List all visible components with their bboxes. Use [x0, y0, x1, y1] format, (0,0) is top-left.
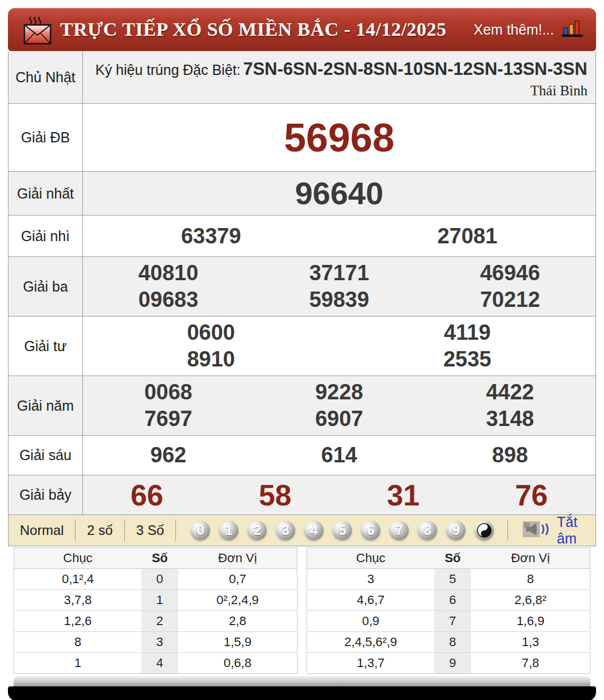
- stats-values: 1,5,9: [178, 632, 297, 653]
- prize-row-1: Giải ĐB56968: [9, 103, 595, 171]
- prize-number: 58: [211, 479, 339, 512]
- stats-values: 2,4,5,6²,9: [307, 632, 435, 653]
- prize-label: Giải nhất: [9, 172, 83, 215]
- prize-number: 9228: [254, 379, 425, 406]
- stats-values: 2,8: [178, 611, 297, 632]
- digit-ball-1[interactable]: 1: [219, 521, 238, 540]
- prize-row-4: Giải ba408103717146946096835983970212: [9, 256, 595, 316]
- stats-digit: 6: [434, 590, 471, 611]
- stats-values: 0,9: [307, 611, 435, 632]
- header-bar: TRỰC TIẾP XỔ SỐ MIỀN BẮC - 14/12/2025 Xe…: [8, 8, 596, 51]
- stats-row: 4,6,762,6,8²: [307, 590, 590, 611]
- results-board: Chủ Nhật Ký hiệu trúng Đặc Biệt: 7SN-6SN…: [8, 51, 596, 515]
- mode-button-3-số[interactable]: 3 Số: [125, 520, 176, 541]
- sign-label: Ký hiệu trúng Đặc Biệt:: [95, 62, 241, 78]
- digit-ball-8[interactable]: 8: [418, 521, 437, 540]
- digit-ball-7[interactable]: 7: [389, 521, 409, 540]
- stats-row: 358: [307, 569, 590, 590]
- province-name: Thái Bình: [530, 83, 588, 99]
- stats-row: 140,6,8: [14, 653, 297, 674]
- stats-values: 2,6,8²: [471, 590, 590, 611]
- prize-number: 0600: [83, 319, 339, 346]
- digit-ball-2[interactable]: 2: [248, 521, 267, 540]
- stats-values: 3: [307, 569, 435, 590]
- prize-number: 6907: [254, 406, 425, 432]
- prize-number: 70212: [425, 286, 595, 313]
- stats-header: Đơn Vị: [471, 548, 590, 569]
- prize-number: 962: [83, 442, 254, 469]
- prize-number: 40810: [83, 260, 254, 286]
- yin-yang-ball[interactable]: [475, 521, 494, 540]
- stats-digit: 0: [141, 569, 178, 590]
- digit-ball-3[interactable]: 3: [276, 521, 295, 540]
- mode-buttons: Normal2 số3 Số: [9, 520, 176, 541]
- sign-codes: 7SN-6SN-2SN-8SN-10SN-12SN-13SN-3SN: [243, 59, 587, 79]
- mute-label: Tắt âm: [557, 514, 595, 547]
- stats-values: 0²,2,4,9: [178, 590, 297, 611]
- prize-label: Giải nhì: [9, 216, 83, 256]
- prize-number: 898: [425, 442, 595, 469]
- stats-values: 7,8: [471, 653, 590, 674]
- see-more-link[interactable]: Xem thêm!...: [473, 22, 554, 38]
- stats-digit: 2: [141, 611, 178, 632]
- prize-number: 63379: [83, 223, 339, 250]
- prize-number: 2535: [339, 346, 596, 373]
- sign-content: Ký hiệu trúng Đặc Biệt: 7SN-6SN-2SN-8SN-…: [83, 51, 595, 103]
- mode-button-2-số[interactable]: 2 số: [76, 520, 124, 541]
- stats-values: 0,6,8: [178, 653, 297, 674]
- prize-number: 8910: [83, 346, 339, 373]
- prize-number: 4119: [339, 319, 596, 346]
- stats-values: 1,6,9: [471, 611, 590, 632]
- stats-values: 4,6,7: [307, 590, 435, 611]
- stats-values: 3,7,8: [14, 590, 142, 611]
- footer-black-bar: [8, 686, 596, 700]
- stats-row: 0,1²,400,7: [14, 569, 297, 590]
- prize-number: 27081: [339, 223, 596, 250]
- mode-button-normal[interactable]: Normal: [9, 520, 76, 541]
- prize-label: Giải sáu: [9, 436, 83, 475]
- hot-mail-icon: [23, 14, 52, 45]
- stats-row: 3,7,810²,2,4,9: [14, 590, 297, 611]
- digit-ball-5[interactable]: 5: [333, 521, 352, 540]
- stats-table-left: ChụcSốĐơn Vị0,1²,400,73,7,810²,2,4,91,2,…: [14, 547, 297, 674]
- digit-ball-0[interactable]: 0: [191, 521, 210, 540]
- stats-values: 1,3: [471, 632, 590, 653]
- sign-row: Chủ Nhật Ký hiệu trúng Đặc Biệt: 7SN-6SN…: [9, 51, 595, 103]
- digit-ball-4[interactable]: 4: [304, 521, 324, 540]
- stats-row: 831,5,9: [14, 632, 297, 653]
- stats-values: 0,1²,4: [14, 569, 142, 590]
- mute-button[interactable]: Tắt âm: [523, 514, 595, 547]
- stats-row: 1,2,622,8: [14, 611, 297, 632]
- prize-number: 3148: [425, 406, 595, 432]
- prize-number: 37171: [254, 260, 425, 286]
- lottery-widget: TRỰC TIẾP XỔ SỐ MIỀN BẮC - 14/12/2025 Xe…: [8, 8, 596, 700]
- page-title: TRỰC TIẾP XỔ SỐ MIỀN BẮC - 14/12/2025: [60, 19, 447, 40]
- prize-number: 7697: [83, 406, 254, 432]
- prize-number: 0068: [83, 379, 254, 406]
- stats-values: 8: [471, 569, 590, 590]
- prize-number: 4422: [425, 379, 595, 406]
- digit-ball-9[interactable]: 9: [446, 521, 465, 540]
- stats-digit: 8: [434, 632, 471, 653]
- prize-label: Giải bảy: [9, 475, 83, 515]
- prize-row-3: Giải nhì6337927081: [9, 215, 595, 256]
- prize-label: Giải tư: [9, 317, 83, 376]
- stats-header: Số: [141, 548, 178, 569]
- prize-number: 76: [467, 479, 595, 512]
- prize-label: Giải ĐB: [9, 104, 83, 171]
- prize-number: 56968: [83, 116, 595, 159]
- footer-gray-bar: [14, 676, 590, 686]
- stats-row: 0,971,6,9: [307, 611, 590, 632]
- speaker-icon: [523, 520, 551, 541]
- stats-digit: 9: [434, 653, 471, 674]
- prize-number: 59839: [254, 286, 425, 313]
- stats-digit: 5: [434, 569, 471, 590]
- bar-chart-icon[interactable]: [561, 19, 584, 40]
- prize-number: 46946: [425, 260, 595, 286]
- stats-row: 1,3,797,8: [307, 653, 590, 674]
- prize-number: 66: [83, 479, 211, 512]
- stats-header: Đơn Vị: [178, 548, 297, 569]
- prize-row-6: Giải năm006892284422769769073148: [9, 376, 595, 435]
- stats-section: ChụcSốĐơn Vị0,1²,400,73,7,810²,2,4,91,2,…: [8, 546, 596, 676]
- digit-ball-6[interactable]: 6: [361, 521, 380, 540]
